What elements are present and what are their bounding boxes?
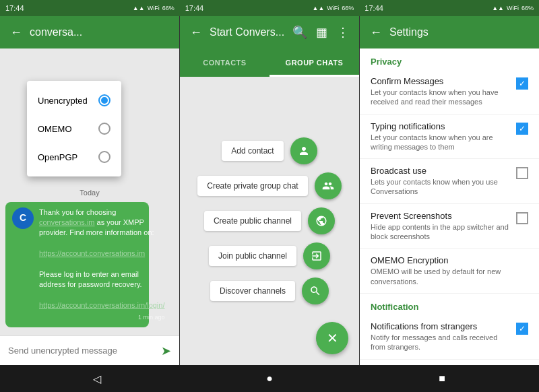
message-bubble: C Thank you for choosing conversations.i…	[5, 202, 149, 328]
action-row-discover: Discover channels	[191, 277, 348, 304]
notifications-strangers-checkbox[interactable]: ✓	[516, 323, 528, 335]
action-row-add-contact: Add contact	[191, 137, 348, 164]
back-button-screen1[interactable]: ←	[8, 26, 24, 40]
omemo-encryption-subtitle: OMEMO will be used by default for new co…	[371, 267, 523, 286]
prevent-screenshots-subtitle: Hide app contents in the app switcher an…	[371, 222, 511, 242]
battery-screen2: 66%	[342, 5, 354, 11]
prevent-screenshots-title: Prevent Screenshots	[371, 211, 511, 221]
time-screen2: 17:44	[185, 4, 204, 12]
broadcast-use-checkbox[interactable]	[516, 167, 528, 179]
add-contact-fab[interactable]	[290, 137, 317, 164]
settings-typing-notifications: Typing notifications Let your contacts k…	[360, 115, 539, 160]
back-button-screen2[interactable]: ←	[188, 26, 204, 40]
prevent-screenshots-checkbox[interactable]	[516, 212, 528, 224]
wifi-screen3: WiFi	[507, 5, 519, 11]
settings-broadcast-use: Broadcast use Lets your contacts know wh…	[360, 159, 539, 204]
link-login[interactable]: https://account.conversations.im/login/	[39, 301, 164, 309]
message-text-content: Thank you for choosing conversations.im …	[39, 207, 164, 323]
privacy-section-header: Privacy	[360, 48, 539, 69]
dropdown-item-unencrypted[interactable]: Unencrypted	[27, 86, 121, 115]
join-public-channel-fab[interactable]	[303, 242, 330, 269]
dropdown-item-openpgp[interactable]: OpenPGP	[27, 143, 121, 171]
tab-group-chats-label: GROUP CHATS	[286, 59, 344, 67]
back-button-screen3[interactable]: ←	[368, 26, 384, 40]
bottom-navigation: ◁ ● ■	[0, 365, 539, 392]
join-public-channel-button[interactable]: Join public channel	[209, 246, 296, 266]
home-nav-button[interactable]: ●	[259, 372, 280, 385]
discover-channels-button[interactable]: Discover channels	[210, 281, 295, 301]
omemo-encryption-title: OMEMO Encryption	[371, 255, 523, 265]
add-contact-button[interactable]: Add contact	[222, 141, 283, 161]
tab-contacts-label: CONTACTS	[203, 59, 246, 67]
typing-notifications-checkbox[interactable]: ✓	[516, 123, 528, 135]
radio-openpgp[interactable]	[98, 151, 110, 163]
time-screen3: 17:44	[364, 4, 383, 12]
tab-contacts[interactable]: CONTACTS	[180, 48, 270, 77]
start-conversation-title: Start Convers...	[210, 26, 286, 38]
create-public-channel-fab[interactable]	[308, 207, 335, 234]
link-conversations[interactable]: conversations.im	[39, 218, 95, 226]
close-icon: ✕	[327, 330, 338, 346]
notifications-strangers-title: Notifications from strangers	[371, 321, 511, 331]
radio-omemo[interactable]	[98, 123, 110, 135]
action-row-public-channel: Create public channel	[191, 207, 348, 234]
settings-notifications-strangers: Notifications from strangers Notify for …	[360, 315, 539, 360]
signal-screen2: ▲▲	[313, 5, 325, 11]
battery-screen1: 66%	[162, 5, 175, 11]
tab-group-chats[interactable]: GROUP CHATS	[270, 48, 359, 77]
date-divider: Today	[5, 183, 174, 202]
dropdown-item-omemo[interactable]: OMEMO	[27, 115, 121, 143]
link-account[interactable]: https://account.conversations.im	[39, 249, 145, 257]
wifi-screen2: WiFi	[327, 5, 339, 11]
settings-content: Privacy Confirm Messages Let your contac…	[360, 48, 539, 365]
action-row-join-channel: Join public channel	[191, 242, 348, 269]
typing-notifications-subtitle: Let your contacts know when you are writ…	[371, 133, 511, 152]
back-nav-button[interactable]: ◁	[87, 372, 107, 385]
message-body: Thank you for choosing conversations.im …	[39, 208, 164, 310]
settings-omemo-encryption: OMEMO Encryption OMEMO will be used by d…	[360, 249, 539, 294]
signal-screen3: ▲▲	[492, 5, 504, 11]
recents-nav-button[interactable]: ■	[432, 372, 452, 385]
settings-prevent-screenshots: Prevent Screenshots Hide app contents in…	[360, 204, 539, 249]
typing-notifications-title: Typing notifications	[371, 121, 511, 131]
chat-input[interactable]	[8, 346, 156, 356]
chat-content: Today C Thank you for choosing conversat…	[0, 48, 179, 335]
confirm-messages-title: Confirm Messages	[371, 76, 511, 86]
close-fab[interactable]: ✕	[316, 322, 348, 354]
confirm-messages-checkbox[interactable]: ✓	[516, 77, 528, 90]
prevent-screenshots-text: Prevent Screenshots Hide app contents in…	[371, 211, 511, 242]
create-public-channel-button[interactable]: Create public channel	[204, 211, 301, 231]
omemo-encryption-text: OMEMO Encryption OMEMO will be used by d…	[371, 255, 523, 286]
notifications-strangers-subtitle: Notify for messages and calls received f…	[371, 333, 511, 352]
dropdown-label-omemo: OMEMO	[38, 124, 72, 134]
start-conversation-app-bar: ← Start Convers... 🔍 ▦ ⋮	[180, 16, 359, 48]
broadcast-use-title: Broadcast use	[371, 166, 511, 176]
wifi-screen1: WiFi	[148, 5, 160, 11]
dropdown-label-openpgp: OpenPGP	[38, 152, 77, 162]
confirm-messages-text: Confirm Messages Let your contacts know …	[371, 76, 511, 107]
radio-unencrypted[interactable]	[98, 94, 110, 106]
qr-icon-screen2[interactable]: ▦	[313, 25, 329, 40]
broadcast-use-text: Broadcast use Lets your contacts know wh…	[371, 166, 511, 197]
message-time: 1 min ago	[39, 313, 164, 322]
screen-settings: ← Settings Privacy Confirm Messages Let …	[360, 16, 539, 365]
settings-confirm-messages: Confirm Messages Let your contacts know …	[360, 69, 539, 115]
battery-screen3: 66%	[521, 5, 534, 11]
broadcast-use-subtitle: Lets your contacts know when you use Con…	[371, 177, 511, 197]
message-avatar: C	[12, 207, 34, 229]
settings-title: Settings	[389, 26, 531, 38]
search-icon-screen2[interactable]: 🔍	[292, 25, 308, 40]
screen-start-conversation: ← Start Convers... 🔍 ▦ ⋮ CONTACTS GROUP …	[180, 16, 360, 365]
menu-icon-screen2[interactable]: ⋮	[335, 25, 351, 40]
settings-app-bar: ← Settings	[360, 16, 539, 48]
create-private-group-button[interactable]: Create private group chat	[197, 176, 307, 196]
confirm-messages-subtitle: Let your contacts know when you have rec…	[371, 88, 511, 107]
send-button[interactable]: ➤	[161, 344, 171, 358]
tabs-bar: CONTACTS GROUP CHATS	[180, 48, 359, 77]
discover-channels-fab[interactable]	[302, 277, 329, 304]
notifications-strangers-text: Notifications from strangers Notify for …	[371, 321, 511, 352]
time-screen1: 17:44	[5, 4, 24, 12]
action-row-private-group: Create private group chat	[191, 172, 348, 199]
typing-notifications-text: Typing notifications Let your contacts k…	[371, 121, 511, 152]
create-private-group-fab[interactable]	[315, 172, 342, 199]
